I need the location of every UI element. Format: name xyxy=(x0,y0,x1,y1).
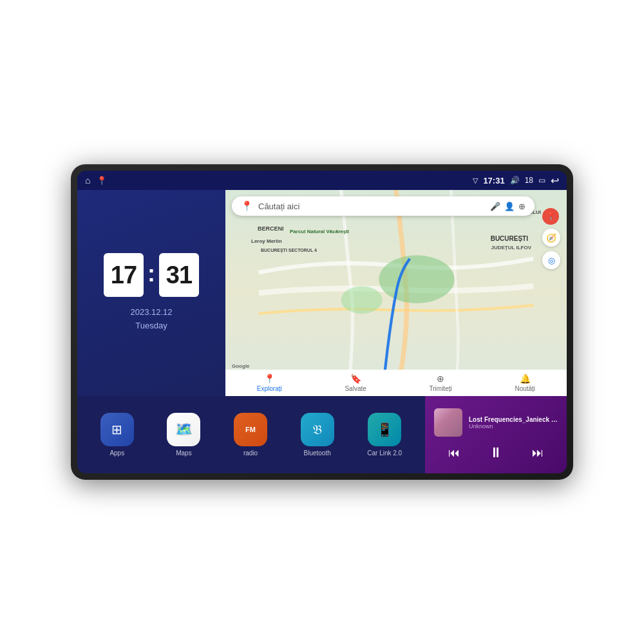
status-right-icons: ▽ 17:31 🔊 18 ▭ ↩ xyxy=(473,175,559,187)
map-nav-saved[interactable]: 🔖 Salvate xyxy=(345,374,366,392)
music-controls: ⏮ ⏸ ⏭ xyxy=(434,444,558,461)
bluetooth-icon: 𝔅 xyxy=(312,422,322,437)
map-label-bucuresti: BUCUREȘTI xyxy=(491,235,528,242)
map-bottom-nav: 📍 Explorați 🔖 Salvate ⊕ Trimiteți 🔔 xyxy=(225,370,567,396)
music-thumbnail xyxy=(434,408,462,437)
time-display: 17:31 xyxy=(483,176,504,185)
map-nav-send-label: Trimiteți xyxy=(430,385,452,392)
device-screen: ⌂ 📍 ▽ 17:31 🔊 18 ▭ ↩ 17 : xyxy=(77,171,567,473)
app-item-maps[interactable]: 🗺️ Maps xyxy=(167,413,200,457)
map-location-pin: 📍 xyxy=(542,208,559,225)
app-item-bluetooth[interactable]: 𝔅 Bluetooth xyxy=(301,413,334,457)
clock-date-value: 2023.12.12 xyxy=(130,306,172,319)
map-label-sector4: BUCUREȘTI SECTORUL 4 xyxy=(261,248,317,252)
radio-icon: FM xyxy=(245,426,256,433)
map-nav-explore-label: Explorați xyxy=(257,385,282,392)
prev-button[interactable]: ⏮ xyxy=(448,446,460,460)
map-roads xyxy=(225,190,567,396)
clock-panel: 17 : 31 2023.12.12 Tuesday xyxy=(77,190,225,396)
map-search-bar[interactable]: 📍 Căutați aici 🎤 👤 ⊕ xyxy=(232,196,535,216)
maps-pin-icon: 📍 xyxy=(241,200,253,212)
battery-icon: ▭ xyxy=(538,176,545,185)
clock-weekday: Tuesday xyxy=(130,319,172,333)
status-left-icons: ⌂ 📍 xyxy=(85,175,107,185)
map-search-actions: 🎤 👤 ⊕ xyxy=(490,202,526,211)
apps-label: Apps xyxy=(109,450,124,457)
clock-minute: 31 xyxy=(159,253,199,297)
music-title: Lost Frequencies_Janieck Devy-... xyxy=(469,416,558,423)
play-pause-button[interactable]: ⏸ xyxy=(489,444,503,461)
main-content: 17 : 31 2023.12.12 Tuesday xyxy=(77,190,567,473)
map-nav-saved-label: Salvate xyxy=(345,385,366,392)
send-icon: ⊕ xyxy=(437,374,444,384)
radio-label: radio xyxy=(243,450,258,457)
app-item-radio[interactable]: FM radio xyxy=(234,413,267,457)
mic-icon[interactable]: 🎤 xyxy=(490,202,500,211)
device-frame: ⌂ 📍 ▽ 17:31 🔊 18 ▭ ↩ 17 : xyxy=(71,164,573,480)
map-panel: BERCENI BUCUREȘTI JUDEȚUL ILFOV TRAPEZUL… xyxy=(225,190,567,396)
apps-icon: ⊞ xyxy=(111,422,122,437)
bluetooth-label: Bluetooth xyxy=(303,450,330,457)
svg-point-0 xyxy=(379,255,454,303)
map-label-leroy: Leroy Merlin xyxy=(251,238,282,244)
app-item-apps[interactable]: ⊞ Apps xyxy=(100,413,134,457)
carlink-label: Car Link 2.0 xyxy=(367,450,402,457)
map-nav-send[interactable]: ⊕ Trimiteți xyxy=(430,374,452,392)
map-label-google: Google xyxy=(232,363,250,369)
account-icon[interactable]: 👤 xyxy=(504,202,515,211)
clock-hour: 17 xyxy=(104,253,144,297)
apps-row: ⊞ Apps 🗺️ Maps FM radio xyxy=(77,396,425,473)
layers-icon[interactable]: ⊕ xyxy=(518,202,526,211)
apps-icon-wrapper: ⊞ xyxy=(100,413,134,446)
top-row: 17 : 31 2023.12.12 Tuesday xyxy=(77,190,567,396)
app-item-carlink[interactable]: 📱 Car Link 2.0 xyxy=(367,413,402,457)
map-label-ilfov: JUDEȚUL ILFOV xyxy=(491,245,531,251)
bottom-row: ⊞ Apps 🗺️ Maps FM radio xyxy=(77,396,567,473)
maps-label: Maps xyxy=(176,450,191,457)
carlink-icon: 📱 xyxy=(377,422,393,437)
music-thumb-image xyxy=(434,408,462,437)
maps-icon-wrapper: 🗺️ xyxy=(167,413,200,446)
clock-date: 2023.12.12 Tuesday xyxy=(130,306,172,333)
explore-icon: 📍 xyxy=(264,374,275,384)
compass-button[interactable]: 🧭 xyxy=(542,229,560,247)
location-icon: ◎ xyxy=(548,256,555,265)
map-search-text[interactable]: Căutați aici xyxy=(258,202,485,211)
carlink-icon-wrapper: 📱 xyxy=(368,413,401,446)
clock-colon: : xyxy=(147,260,155,287)
maps-icon[interactable]: 📍 xyxy=(97,176,107,185)
maps-app-icon: 🗺️ xyxy=(175,421,193,438)
signal-icon: ▽ xyxy=(473,176,478,185)
music-info-row: Lost Frequencies_Janieck Devy-... Unknow… xyxy=(434,408,558,437)
home-icon[interactable]: ⌂ xyxy=(85,175,90,185)
svg-point-1 xyxy=(341,286,383,314)
map-nav-news[interactable]: 🔔 Noutăți xyxy=(515,374,535,392)
map-label-parcul: Parcul Natural Văcărești xyxy=(290,229,349,234)
map-nav-news-label: Noutăți xyxy=(515,385,535,392)
map-nav-explore[interactable]: 📍 Explorați xyxy=(257,374,282,392)
compass-icon: 🧭 xyxy=(546,233,556,243)
saved-icon: 🔖 xyxy=(350,374,361,384)
status-bar: ⌂ 📍 ▽ 17:31 🔊 18 ▭ ↩ xyxy=(77,171,567,190)
music-text: Lost Frequencies_Janieck Devy-... Unknow… xyxy=(469,416,558,430)
volume-icon: 🔊 xyxy=(510,176,520,185)
music-player: Lost Frequencies_Janieck Devy-... Unknow… xyxy=(425,396,567,473)
battery-level: 18 xyxy=(525,176,533,185)
map-label-berceni: BERCENI xyxy=(258,225,284,232)
news-icon: 🔔 xyxy=(520,374,531,384)
back-icon[interactable]: ↩ xyxy=(551,175,559,187)
location-button[interactable]: ◎ xyxy=(542,251,560,269)
radio-icon-wrapper: FM xyxy=(234,413,267,446)
music-artist: Unknown xyxy=(469,423,558,430)
bluetooth-icon-wrapper: 𝔅 xyxy=(301,413,334,446)
next-button[interactable]: ⏭ xyxy=(532,446,544,460)
clock-display: 17 : 31 xyxy=(104,253,199,297)
